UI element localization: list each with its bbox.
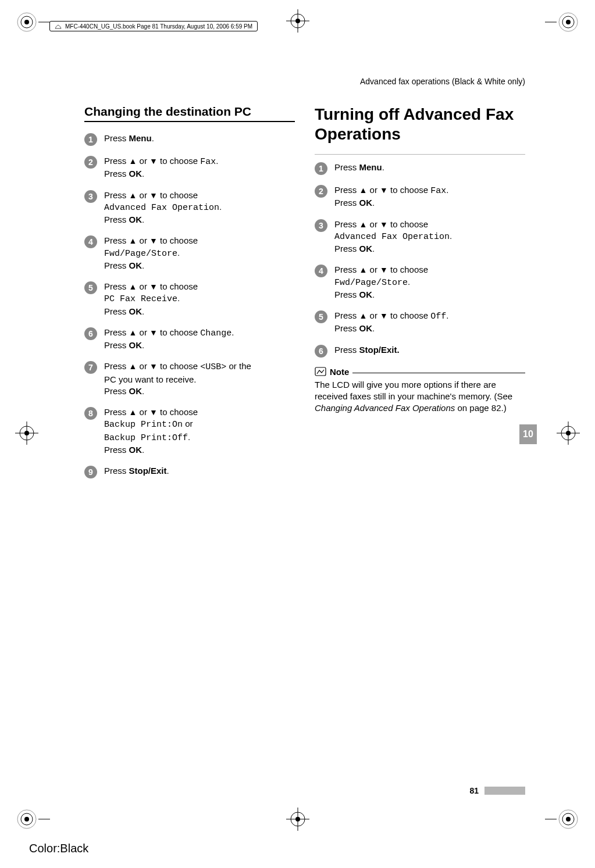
step-number-icon: 1 bbox=[84, 133, 97, 146]
svg-point-2 bbox=[24, 20, 29, 24]
note-line bbox=[352, 373, 525, 373]
svg-point-6 bbox=[566, 20, 571, 24]
step-body: Press ▲ or ▼ to choose Off. Press OK. bbox=[334, 310, 449, 335]
step-number-icon: 3 bbox=[315, 219, 327, 232]
step-number-icon: 4 bbox=[84, 235, 97, 248]
left-step-8: 8 Press ▲ or ▼ to choose Backup Print:On… bbox=[84, 406, 295, 456]
page-number-row: 81 bbox=[469, 786, 525, 795]
step-body: Press ▲ or ▼ to choose Change. Press OK. bbox=[104, 327, 234, 352]
right-step-5: 5 Press ▲ or ▼ to choose Off. Press OK. bbox=[315, 310, 525, 335]
step-number-icon: 5 bbox=[84, 281, 97, 294]
crop-mark-top-mid bbox=[286, 9, 309, 35]
svg-point-27 bbox=[24, 431, 29, 435]
step-number-icon: 8 bbox=[84, 407, 97, 420]
book-icon bbox=[55, 23, 62, 30]
right-step-6: 6 Press Stop/Exit. bbox=[315, 344, 525, 358]
step-body: Press Menu. bbox=[104, 133, 154, 144]
book-header: MFC-440CN_UG_US.book Page 81 Thursday, A… bbox=[49, 21, 258, 31]
breadcrumb: Advanced fax operations (Black & White o… bbox=[84, 77, 525, 86]
step-number-icon: 2 bbox=[84, 156, 97, 169]
step-body: Press Menu. bbox=[334, 162, 384, 173]
step-body: Press ▲ or ▼ to choose <USB> or the PC y… bbox=[104, 360, 251, 397]
crop-mark-right-mid bbox=[557, 422, 580, 447]
step-body: Press ▲ or ▼ to choose Backup Print:On o… bbox=[104, 406, 198, 456]
crop-mark-bottom-right bbox=[545, 808, 580, 833]
title-rule bbox=[315, 154, 525, 155]
step-body: Press ▲ or ▼ to choose Advanced Fax Oper… bbox=[104, 190, 222, 226]
chapter-tab: 10 bbox=[519, 424, 537, 444]
step-number-icon: 9 bbox=[84, 466, 97, 478]
crop-mark-bottom-left bbox=[15, 808, 50, 833]
left-step-6: 6 Press ▲ or ▼ to choose Change. Press O… bbox=[84, 327, 295, 352]
note-label-text: Note bbox=[330, 367, 349, 377]
right-step-2: 2 Press ▲ or ▼ to choose Fax. Press OK. bbox=[315, 184, 525, 209]
note-block: Note The LCD will give you more options … bbox=[315, 367, 525, 415]
step-number-icon: 6 bbox=[84, 327, 97, 340]
crop-mark-bottom-mid bbox=[286, 808, 309, 833]
note-body: The LCD will give you more options if th… bbox=[315, 379, 525, 415]
left-step-3: 3 Press ▲ or ▼ to choose Advanced Fax Op… bbox=[84, 190, 295, 226]
left-step-5: 5 Press ▲ or ▼ to choose PC Fax Receive.… bbox=[84, 281, 295, 317]
crop-mark-left-mid bbox=[15, 422, 38, 447]
step-number-icon: 2 bbox=[315, 185, 327, 198]
step-body: Press ▲ or ▼ to choose Advanced Fax Oper… bbox=[334, 219, 452, 255]
note-icon bbox=[315, 367, 326, 376]
step-body: Press ▲ or ▼ to choose Fax. Press OK. bbox=[334, 184, 449, 209]
step-body: Press ▲ or ▼ to choose Fwd/Page/Store. P… bbox=[104, 235, 198, 272]
note-heading: Note bbox=[315, 367, 525, 377]
right-step-1: 1 Press Menu. bbox=[315, 162, 525, 175]
step-body: Press ▲ or ▼ to choose PC Fax Receive. P… bbox=[104, 281, 198, 317]
svg-point-19 bbox=[295, 19, 300, 23]
step-number-icon: 1 bbox=[315, 162, 327, 175]
step-number-icon: 6 bbox=[315, 345, 327, 358]
left-column: Changing the destination PC 1 Press Menu… bbox=[84, 105, 295, 488]
left-section-title: Changing the destination PC bbox=[84, 105, 295, 122]
right-column: Turning off Advanced Fax Operations 1 Pr… bbox=[315, 105, 525, 488]
step-body: Press Stop/Exit. bbox=[104, 465, 169, 477]
book-header-text: MFC-440CN_UG_US.book Page 81 Thursday, A… bbox=[65, 23, 252, 30]
left-step-1: 1 Press Menu. bbox=[84, 133, 295, 146]
svg-point-14 bbox=[566, 817, 571, 821]
svg-point-31 bbox=[566, 431, 571, 435]
right-step-3: 3 Press ▲ or ▼ to choose Advanced Fax Op… bbox=[315, 219, 525, 255]
crop-mark-top-right bbox=[545, 10, 580, 36]
step-number-icon: 3 bbox=[84, 190, 97, 203]
page-number: 81 bbox=[469, 786, 479, 795]
crop-mark-top-left bbox=[15, 10, 50, 36]
right-step-4: 4 Press ▲ or ▼ to choose Fwd/Page/Store.… bbox=[315, 264, 525, 301]
color-label: Color:Black bbox=[29, 842, 88, 855]
right-main-title: Turning off Advanced Fax Operations bbox=[315, 105, 525, 144]
step-body: Press ▲ or ▼ to choose Fax. Press OK. bbox=[104, 155, 219, 180]
svg-point-10 bbox=[24, 817, 29, 821]
page-number-bar bbox=[484, 787, 525, 795]
left-step-2: 2 Press ▲ or ▼ to choose Fax. Press OK. bbox=[84, 155, 295, 180]
step-number-icon: 4 bbox=[315, 265, 327, 277]
left-step-4: 4 Press ▲ or ▼ to choose Fwd/Page/Store.… bbox=[84, 235, 295, 272]
step-body: Press Stop/Exit. bbox=[334, 344, 400, 356]
svg-point-23 bbox=[295, 817, 300, 821]
step-body: Press ▲ or ▼ to choose Fwd/Page/Store. P… bbox=[334, 264, 428, 301]
step-number-icon: 5 bbox=[315, 310, 327, 323]
left-step-7: 7 Press ▲ or ▼ to choose <USB> or the PC… bbox=[84, 360, 295, 397]
left-step-9: 9 Press Stop/Exit. bbox=[84, 465, 295, 478]
step-number-icon: 7 bbox=[84, 361, 97, 374]
